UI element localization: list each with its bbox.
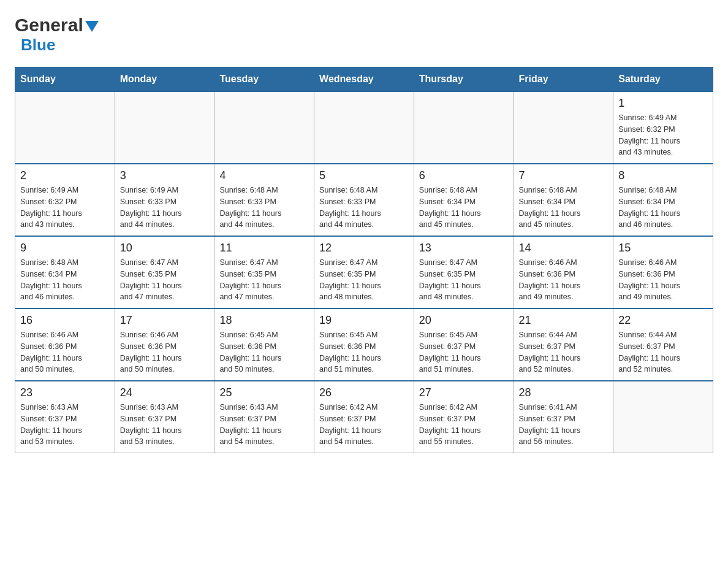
calendar-cell: 13Sunrise: 6:47 AM Sunset: 6:35 PM Dayli… — [414, 236, 514, 308]
logo-general-text: General — [15, 15, 83, 36]
calendar-cell: 28Sunrise: 6:41 AM Sunset: 6:37 PM Dayli… — [514, 381, 613, 453]
day-number: 22 — [618, 314, 708, 327]
day-info: Sunrise: 6:46 AM Sunset: 6:36 PM Dayligh… — [120, 329, 210, 375]
calendar-header-row: SundayMondayTuesdayWednesdayThursdayFrid… — [15, 67, 713, 92]
calendar-cell: 3Sunrise: 6:49 AM Sunset: 6:33 PM Daylig… — [115, 164, 214, 236]
calendar-day-header: Wednesday — [314, 67, 414, 92]
calendar-cell: 5Sunrise: 6:48 AM Sunset: 6:33 PM Daylig… — [314, 164, 414, 236]
day-info: Sunrise: 6:42 AM Sunset: 6:37 PM Dayligh… — [319, 402, 409, 448]
calendar-cell: 24Sunrise: 6:43 AM Sunset: 6:37 PM Dayli… — [115, 381, 214, 453]
calendar-day-header: Friday — [514, 67, 613, 92]
calendar-week-row: 9Sunrise: 6:48 AM Sunset: 6:34 PM Daylig… — [15, 236, 713, 308]
day-number: 25 — [219, 386, 309, 399]
day-number: 9 — [20, 242, 110, 255]
calendar-cell — [15, 91, 115, 164]
day-info: Sunrise: 6:48 AM Sunset: 6:33 PM Dayligh… — [219, 185, 309, 231]
calendar-cell — [613, 381, 713, 453]
day-info: Sunrise: 6:47 AM Sunset: 6:35 PM Dayligh… — [319, 257, 409, 303]
day-number: 16 — [20, 314, 110, 327]
calendar-cell: 9Sunrise: 6:48 AM Sunset: 6:34 PM Daylig… — [15, 236, 115, 308]
day-number: 21 — [519, 314, 609, 327]
day-info: Sunrise: 6:47 AM Sunset: 6:35 PM Dayligh… — [120, 257, 210, 303]
day-info: Sunrise: 6:44 AM Sunset: 6:37 PM Dayligh… — [618, 329, 708, 375]
day-number: 3 — [120, 169, 210, 182]
day-info: Sunrise: 6:48 AM Sunset: 6:34 PM Dayligh… — [519, 185, 609, 231]
calendar-cell: 26Sunrise: 6:42 AM Sunset: 6:37 PM Dayli… — [314, 381, 414, 453]
calendar-cell: 12Sunrise: 6:47 AM Sunset: 6:35 PM Dayli… — [314, 236, 414, 308]
day-info: Sunrise: 6:42 AM Sunset: 6:37 PM Dayligh… — [419, 402, 509, 448]
day-info: Sunrise: 6:46 AM Sunset: 6:36 PM Dayligh… — [519, 257, 609, 303]
calendar-cell: 18Sunrise: 6:45 AM Sunset: 6:36 PM Dayli… — [214, 308, 314, 381]
day-number: 1 — [618, 97, 708, 110]
day-number: 11 — [219, 242, 309, 255]
day-info: Sunrise: 6:48 AM Sunset: 6:34 PM Dayligh… — [20, 257, 110, 303]
calendar-table: SundayMondayTuesdayWednesdayThursdayFrid… — [15, 67, 713, 453]
day-info: Sunrise: 6:45 AM Sunset: 6:37 PM Dayligh… — [419, 329, 509, 375]
day-info: Sunrise: 6:49 AM Sunset: 6:32 PM Dayligh… — [20, 185, 110, 231]
day-info: Sunrise: 6:43 AM Sunset: 6:37 PM Dayligh… — [20, 402, 110, 448]
day-number: 5 — [319, 169, 409, 182]
calendar-cell: 1Sunrise: 6:49 AM Sunset: 6:32 PM Daylig… — [613, 91, 713, 164]
calendar-day-header: Monday — [115, 67, 214, 92]
calendar-cell — [115, 91, 214, 164]
calendar-day-header: Tuesday — [214, 67, 314, 92]
calendar-cell: 2Sunrise: 6:49 AM Sunset: 6:32 PM Daylig… — [15, 164, 115, 236]
calendar-cell: 17Sunrise: 6:46 AM Sunset: 6:36 PM Dayli… — [115, 308, 214, 381]
day-info: Sunrise: 6:49 AM Sunset: 6:33 PM Dayligh… — [120, 185, 210, 231]
day-number: 4 — [219, 169, 309, 182]
day-number: 24 — [120, 386, 210, 399]
day-number: 28 — [519, 386, 609, 399]
calendar-cell: 19Sunrise: 6:45 AM Sunset: 6:36 PM Dayli… — [314, 308, 414, 381]
day-number: 26 — [319, 386, 409, 399]
calendar-cell: 21Sunrise: 6:44 AM Sunset: 6:37 PM Dayli… — [514, 308, 613, 381]
day-info: Sunrise: 6:48 AM Sunset: 6:33 PM Dayligh… — [319, 185, 409, 231]
day-number: 27 — [419, 386, 509, 399]
day-number: 2 — [20, 169, 110, 182]
day-info: Sunrise: 6:45 AM Sunset: 6:36 PM Dayligh… — [319, 329, 409, 375]
day-info: Sunrise: 6:49 AM Sunset: 6:32 PM Dayligh… — [618, 112, 708, 158]
calendar-cell: 14Sunrise: 6:46 AM Sunset: 6:36 PM Dayli… — [514, 236, 613, 308]
calendar-week-row: 23Sunrise: 6:43 AM Sunset: 6:37 PM Dayli… — [15, 381, 713, 453]
calendar-cell: 10Sunrise: 6:47 AM Sunset: 6:35 PM Dayli… — [115, 236, 214, 308]
calendar-cell: 27Sunrise: 6:42 AM Sunset: 6:37 PM Dayli… — [414, 381, 514, 453]
day-number: 7 — [519, 169, 609, 182]
day-info: Sunrise: 6:48 AM Sunset: 6:34 PM Dayligh… — [618, 185, 708, 231]
day-info: Sunrise: 6:43 AM Sunset: 6:37 PM Dayligh… — [219, 402, 309, 448]
calendar-cell: 22Sunrise: 6:44 AM Sunset: 6:37 PM Dayli… — [613, 308, 713, 381]
day-number: 19 — [319, 314, 409, 327]
day-number: 18 — [219, 314, 309, 327]
day-info: Sunrise: 6:45 AM Sunset: 6:36 PM Dayligh… — [219, 329, 309, 375]
calendar-cell — [214, 91, 314, 164]
day-number: 20 — [419, 314, 509, 327]
day-number: 15 — [618, 242, 708, 255]
day-info: Sunrise: 6:46 AM Sunset: 6:36 PM Dayligh… — [618, 257, 708, 303]
calendar-cell: 23Sunrise: 6:43 AM Sunset: 6:37 PM Dayli… — [15, 381, 115, 453]
day-info: Sunrise: 6:44 AM Sunset: 6:37 PM Dayligh… — [519, 329, 609, 375]
calendar-cell: 6Sunrise: 6:48 AM Sunset: 6:34 PM Daylig… — [414, 164, 514, 236]
calendar-cell: 20Sunrise: 6:45 AM Sunset: 6:37 PM Dayli… — [414, 308, 514, 381]
calendar-cell — [314, 91, 414, 164]
day-number: 12 — [319, 242, 409, 255]
calendar-cell: 7Sunrise: 6:48 AM Sunset: 6:34 PM Daylig… — [514, 164, 613, 236]
calendar-week-row: 16Sunrise: 6:46 AM Sunset: 6:36 PM Dayli… — [15, 308, 713, 381]
day-number: 23 — [20, 386, 110, 399]
day-number: 14 — [519, 242, 609, 255]
day-info: Sunrise: 6:41 AM Sunset: 6:37 PM Dayligh… — [519, 402, 609, 448]
calendar-day-header: Saturday — [613, 67, 713, 92]
calendar-cell: 25Sunrise: 6:43 AM Sunset: 6:37 PM Dayli… — [214, 381, 314, 453]
day-number: 17 — [120, 314, 210, 327]
page-header: General Blue — [15, 15, 713, 55]
day-info: Sunrise: 6:47 AM Sunset: 6:35 PM Dayligh… — [419, 257, 509, 303]
calendar-cell: 4Sunrise: 6:48 AM Sunset: 6:33 PM Daylig… — [214, 164, 314, 236]
calendar-cell: 11Sunrise: 6:47 AM Sunset: 6:35 PM Dayli… — [214, 236, 314, 308]
day-number: 13 — [419, 242, 509, 255]
logo: General Blue — [15, 15, 99, 55]
day-number: 8 — [618, 169, 708, 182]
day-info: Sunrise: 6:48 AM Sunset: 6:34 PM Dayligh… — [419, 185, 509, 231]
day-info: Sunrise: 6:43 AM Sunset: 6:37 PM Dayligh… — [120, 402, 210, 448]
calendar-week-row: 1Sunrise: 6:49 AM Sunset: 6:32 PM Daylig… — [15, 91, 713, 164]
day-number: 10 — [120, 242, 210, 255]
calendar-cell: 8Sunrise: 6:48 AM Sunset: 6:34 PM Daylig… — [613, 164, 713, 236]
day-info: Sunrise: 6:46 AM Sunset: 6:36 PM Dayligh… — [20, 329, 110, 375]
logo-blue-text: Blue — [21, 36, 55, 54]
